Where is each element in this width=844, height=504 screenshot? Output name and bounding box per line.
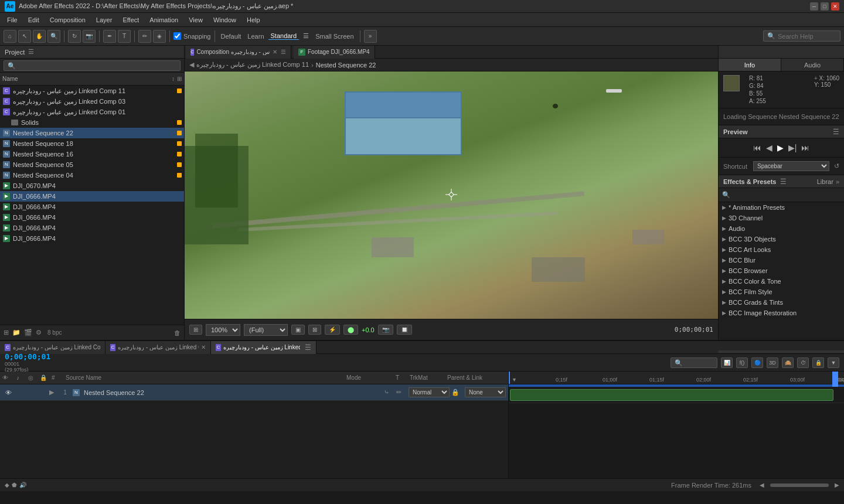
comp-tab[interactable]: C Composition زمین عباس - رودبارچیره Lin… — [186, 46, 291, 59]
maximize-button[interactable]: □ — [821, 2, 829, 11]
project-item-comp03[interactable]: C زمین عباس - رودبارچیره Linked Comp 03 — [0, 96, 184, 107]
project-item-dji0666-2[interactable]: ▶ DJI_0666.MP4 — [0, 202, 184, 212]
region-of-interest-btn[interactable]: ▣ — [291, 325, 305, 335]
effect-category-bcc-grads[interactable]: ▶ BCC Grads & Tints — [719, 297, 844, 308]
effect-category-bcc-3d[interactable]: ▶ BCC 3D Objects — [719, 234, 844, 244]
track-clip-1[interactable] — [510, 389, 833, 401]
effect-category-bcc-image[interactable]: ▶ BCC Image Restoration — [719, 308, 844, 318]
tl-lock-dims[interactable]: 🔒 — [812, 357, 824, 368]
transport-prev[interactable]: ◀ — [765, 142, 774, 154]
tl-add-expression[interactable]: f() — [736, 357, 748, 368]
effect-category-bcc-color[interactable]: ▶ BCC Color & Tone — [719, 276, 844, 287]
workspace-standard[interactable]: Standard — [268, 32, 300, 40]
menu-animation[interactable]: Animation — [145, 15, 183, 25]
effect-category-3d-channel[interactable]: ▶ 3D Channel — [719, 213, 844, 223]
camera-tool[interactable]: 📷 — [83, 30, 96, 43]
effect-category-bcc-blur[interactable]: ▶ BCC Blur — [719, 255, 844, 265]
transport-last[interactable]: ⏭ — [800, 142, 811, 154]
quality-select[interactable]: (Full) (Half) (Quarter) — [244, 324, 288, 336]
project-item-comp01[interactable]: C زمین عباس - رودبارچیره Linked Comp 01 — [0, 107, 184, 117]
new-comp-icon[interactable]: ⊞ — [4, 329, 9, 336]
menu-composition[interactable]: Composition — [45, 15, 90, 25]
snapping-checkbox[interactable] — [173, 32, 181, 40]
search-help-input[interactable] — [778, 33, 836, 40]
audio-tab[interactable]: Audio — [781, 59, 844, 71]
layer-row-1[interactable]: 👁 ▶ 1 N Nested Sequence 22 ⤷ ✏ Normal Mu… — [0, 384, 508, 401]
footage-tab[interactable]: F Footage DJI_0666.MP4 — [294, 46, 375, 59]
rotate-tool[interactable]: ↻ — [68, 30, 81, 43]
effect-category-bcc-browser[interactable]: ▶ BCC Browser — [719, 265, 844, 276]
shortcut-reset-icon[interactable]: ↺ — [834, 162, 839, 170]
menu-edit[interactable]: Edit — [23, 15, 44, 25]
select-tool[interactable]: ↖ — [18, 30, 31, 43]
transparency-grid-btn[interactable]: ⊠ — [308, 325, 321, 335]
tl-collapse[interactable]: ▼ — [828, 357, 839, 368]
workspace-default[interactable]: Default — [219, 33, 244, 40]
effect-category-audio[interactable]: ▶ Audio — [719, 223, 844, 234]
camera-snapshot-btn[interactable]: 📷 — [378, 325, 393, 335]
project-item-nested04[interactable]: N Nested Sequence 04 — [0, 170, 184, 181]
home-tool[interactable]: ⌂ — [4, 30, 16, 43]
tl-tab-menu-3[interactable]: ☰ — [305, 343, 311, 352]
timeline-zoom-right[interactable]: ▶ — [835, 482, 839, 488]
playhead[interactable] — [509, 372, 510, 384]
effects-expand-icon[interactable]: » — [836, 178, 839, 185]
zoom-select[interactable]: 100% 50% 200% Fit — [206, 324, 240, 336]
project-tab-menu[interactable]: ☰ — [28, 48, 34, 56]
project-item-dji0666-1[interactable]: ▶ DJI_0666.MP4 — [0, 191, 184, 202]
tl-timecode[interactable]: 0;00;00;01 — [5, 352, 40, 361]
tl-search-input[interactable] — [671, 357, 717, 368]
comp-tab-menu[interactable]: ☰ — [281, 49, 286, 55]
menu-effect[interactable]: Effect — [118, 15, 144, 25]
comp-tab-close[interactable]: ✕ — [273, 49, 277, 55]
project-item-dji0666-3[interactable]: ▶ DJI_0666.MP4 — [0, 212, 184, 223]
library-tab[interactable]: Librar — [817, 178, 833, 185]
effect-category-animation-presets[interactable]: ▶ * Animation Presets — [719, 202, 844, 213]
project-item-dji0666-5[interactable]: ▶ DJI_0666.MP4 — [0, 233, 184, 244]
tl-graph-editor[interactable]: 📊 — [721, 357, 733, 368]
project-item-comp11[interactable]: C زمین عباس - رودبارچیره Linked Comp 11 — [0, 86, 184, 96]
timeline-tab-comp11[interactable]: C زمین عباس - رودبارچیره Linked Comp 11 … — [211, 341, 316, 354]
fast-preview-btn[interactable]: ⚡ — [325, 325, 340, 335]
tl-hide-shy[interactable]: 🙈 — [782, 357, 794, 368]
breadcrumb-path2[interactable]: Nested Sequence 22 — [316, 62, 376, 69]
hand-tool[interactable]: ✋ — [33, 30, 46, 43]
transport-next[interactable]: ▶| — [787, 142, 798, 154]
comp-from-footage-icon[interactable]: 🎬 — [24, 329, 32, 336]
timeline-zoom-bar[interactable] — [770, 483, 829, 487]
fit-to-screen-btn[interactable]: ⊞ — [189, 325, 202, 335]
layer-expand[interactable]: ▶ — [49, 389, 57, 396]
breadcrumb-path1[interactable]: زمین عباس - رودبارچیره Linked Comp 11 — [196, 61, 309, 69]
motion-blur-icon[interactable]: ⬟ — [12, 482, 17, 488]
workspace-small-screen[interactable]: Small Screen — [313, 33, 356, 40]
tl-tab-close-2[interactable]: ✕ — [201, 344, 206, 350]
workspace-learn[interactable]: Learn — [245, 33, 266, 40]
show-snapshots-btn[interactable]: 🔲 — [397, 325, 412, 335]
layer-eye[interactable]: 👁 — [2, 389, 14, 396]
zoom-tool[interactable]: 🔍 — [47, 30, 60, 43]
workspace-menu[interactable]: ☰ — [301, 32, 311, 40]
effect-category-bcc-art[interactable]: ▶ BCC Art Looks — [719, 244, 844, 255]
menu-window[interactable]: Window — [209, 15, 241, 25]
project-item-nested22[interactable]: N Nested Sequence 22 — [0, 128, 184, 138]
comp-marker-icon[interactable]: ◆ — [5, 482, 9, 488]
project-tab[interactable]: Project ☰ — [0, 46, 185, 58]
info-tab[interactable]: Info — [719, 59, 781, 71]
expand-workspaces[interactable]: » — [364, 30, 377, 43]
timeline-zoom-left[interactable]: ◀ — [760, 482, 764, 488]
delete-icon[interactable]: 🗑 — [174, 329, 181, 336]
transport-first[interactable]: ⏮ — [752, 142, 763, 154]
menu-layer[interactable]: Layer — [91, 15, 117, 25]
preview-menu-icon[interactable]: ☰ — [833, 128, 839, 136]
effects-menu-icon[interactable]: ☰ — [780, 178, 787, 186]
tl-draft-3d[interactable]: 3D — [767, 357, 778, 368]
project-item-solids[interactable]: Solids — [0, 117, 184, 128]
project-sort-icon[interactable]: ↕ — [172, 76, 175, 82]
timeline-tab-comp03[interactable]: C زمین عباس - رودبارچیره Linked Comp 03 … — [106, 341, 211, 354]
shortcut-select[interactable]: Spacebar 0 (numpad) — [753, 161, 829, 171]
project-item-nested16[interactable]: N Nested Sequence 16 — [0, 149, 184, 159]
text-tool[interactable]: T — [118, 30, 131, 43]
close-button[interactable]: ✕ — [831, 2, 839, 11]
tl-frame-blending[interactable]: ⏱ — [797, 357, 809, 368]
project-item-nested05[interactable]: N Nested Sequence 05 — [0, 159, 184, 170]
